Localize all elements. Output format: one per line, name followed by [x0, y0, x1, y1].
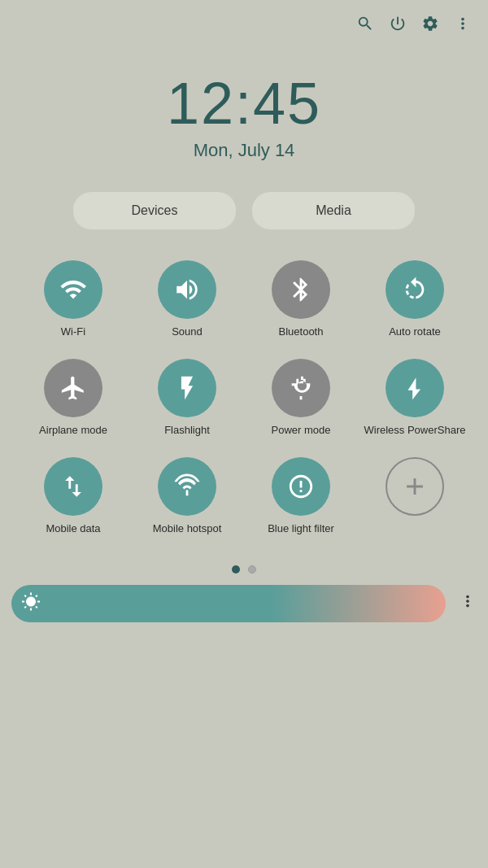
add-circle — [386, 457, 444, 516]
autorotate-circle — [386, 260, 444, 319]
page-dot-2[interactable] — [248, 565, 256, 574]
wirelesspowershare-toggle[interactable]: Wireless PowerShare — [358, 352, 472, 444]
powermode-label: Power mode — [272, 424, 331, 438]
sound-toggle[interactable]: Sound — [130, 254, 244, 346]
clock-date: Mon, July 14 — [0, 140, 488, 161]
flashlight-circle — [158, 359, 216, 417]
clock-section: 12:45 Mon, July 14 — [0, 46, 488, 169]
search-icon[interactable] — [356, 15, 374, 37]
top-bar — [0, 0, 488, 46]
mobilehotspot-circle — [158, 457, 216, 516]
wirelesspowershare-circle — [386, 359, 444, 417]
mobilehotspot-toggle[interactable]: Mobile hotspot — [130, 451, 244, 543]
brightness-more-icon[interactable] — [459, 592, 477, 615]
brightness-slider[interactable] — [11, 585, 446, 622]
mobiledata-circle — [44, 457, 102, 516]
brightness-bar-container — [0, 585, 488, 622]
bluetooth-circle — [272, 260, 330, 319]
clock-time: 12:45 — [0, 70, 488, 137]
bluetooth-label: Bluetooth — [279, 325, 324, 339]
bluetooth-toggle[interactable]: Bluetooth — [244, 254, 358, 346]
mobilehotspot-label: Mobile hotspot — [153, 522, 222, 536]
more-icon[interactable] — [454, 15, 472, 37]
airplane-label: Airplane mode — [39, 424, 107, 438]
brightness-sun-icon — [21, 592, 41, 615]
mobiledata-label: Mobile data — [46, 522, 100, 536]
toggles-grid: Wi-Fi Sound Bluetooth Auto rotate Airpla… — [0, 246, 488, 551]
powermode-toggle[interactable]: Power mode — [244, 352, 358, 444]
devices-tab[interactable]: Devices — [73, 192, 236, 229]
page-dot-1[interactable] — [232, 565, 240, 574]
sound-circle — [158, 260, 216, 319]
tab-row: Devices Media — [0, 169, 488, 246]
wifi-circle — [44, 260, 102, 319]
page-indicators — [0, 551, 488, 585]
autorotate-toggle[interactable]: Auto rotate — [358, 254, 472, 346]
mobiledata-toggle[interactable]: Mobile data — [16, 451, 130, 543]
wifi-label: Wi-Fi — [61, 325, 85, 339]
power-icon[interactable] — [389, 15, 407, 37]
media-tab[interactable]: Media — [252, 192, 415, 229]
autorotate-label: Auto rotate — [389, 325, 441, 339]
flashlight-toggle[interactable]: Flashlight — [130, 352, 244, 444]
flashlight-label: Flashlight — [164, 424, 210, 438]
powermode-circle — [272, 359, 330, 417]
settings-icon[interactable] — [421, 15, 439, 37]
add-toggle[interactable] — [358, 451, 472, 543]
wifi-toggle[interactable]: Wi-Fi — [16, 254, 130, 346]
sound-label: Sound — [172, 325, 203, 339]
bluelightfilter-label: Blue light filter — [268, 522, 334, 536]
wirelesspowershare-label: Wireless PowerShare — [364, 424, 466, 438]
bluelightfilter-circle — [272, 457, 330, 516]
airplane-circle — [44, 359, 102, 417]
airplane-toggle[interactable]: Airplane mode — [16, 352, 130, 444]
bluelightfilter-toggle[interactable]: Blue light filter — [244, 451, 358, 543]
